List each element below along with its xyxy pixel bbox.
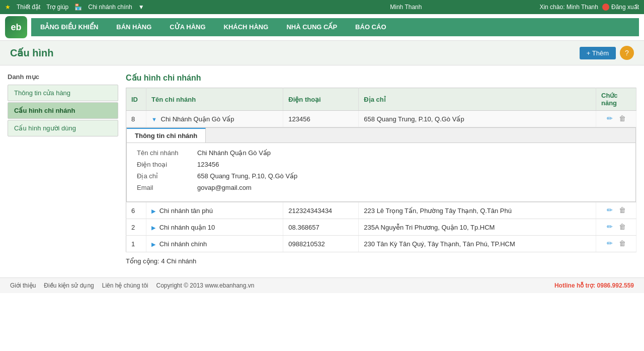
detail-value-email: govap@gmail.com bbox=[197, 184, 252, 191]
footer-link-dieukien[interactable]: Điều kiện sử dụng bbox=[44, 282, 94, 289]
cell-diachi: 223 Lê Trọng Tấn, Phường Tây Thạnh, Q.Tâ… bbox=[359, 202, 596, 219]
edit-icon[interactable] bbox=[605, 114, 614, 123]
cell-ten: ▼ Chi Nhánh Quận Gò Vấp bbox=[146, 111, 283, 127]
nav-dashboard[interactable]: BẢNG ĐIỀU KHIỂN bbox=[31, 18, 107, 36]
detail-value-dienthoai: 123456 bbox=[197, 161, 219, 168]
edit-icon[interactable] bbox=[605, 223, 614, 232]
branches-table: ID Tên chi nhánh Điện thoại Địa chỉ Chức… bbox=[126, 88, 636, 252]
cell-diachi: 235A Nguyễn Tri Phương, Quận 10, Tp.HCM bbox=[359, 219, 596, 236]
add-button[interactable]: + Thêm bbox=[580, 47, 616, 59]
cell-dienthoai: 123456 bbox=[283, 111, 359, 127]
cell-dienthoai: 212324343434 bbox=[283, 202, 359, 219]
tro-giup-link[interactable]: Trợ giúp bbox=[46, 4, 68, 11]
detail-value-diachi: 658 Quang Trung, P.10, Q.Gò Vấp bbox=[197, 172, 297, 180]
cell-id: 8 bbox=[126, 111, 146, 127]
detail-panel-row: Thông tin chi nhánh Tên chi nhánh Chi Nh… bbox=[126, 127, 636, 202]
cell-id: 1 bbox=[126, 236, 146, 252]
expand-arrow[interactable]: ▼ bbox=[151, 116, 157, 122]
cell-ten: ▶ Chi nhánh chính bbox=[146, 236, 283, 252]
footer: Giới thiệu Điều kiện sử dụng Liên hệ chú… bbox=[0, 277, 644, 293]
cell-chucnang bbox=[596, 236, 636, 252]
logo-text: eb bbox=[11, 22, 21, 33]
detail-tab-thongtin[interactable]: Thông tin chi nhánh bbox=[127, 128, 206, 143]
cell-chucnang bbox=[596, 111, 636, 127]
sidebar: Danh mục Thông tin cửa hàng Cấu hình chi… bbox=[8, 73, 118, 270]
detail-panel-cell: Thông tin chi nhánh Tên chi nhánh Chi Nh… bbox=[126, 127, 636, 202]
topbar-right: Xin chào: Minh Thanh Đăng xuất bbox=[539, 4, 639, 11]
dang-xuat-link[interactable]: Đăng xuất bbox=[611, 4, 639, 11]
edit-icon[interactable] bbox=[605, 239, 614, 248]
help-button[interactable]: ? bbox=[620, 46, 634, 60]
footer-hotline: Hotline hỗ trợ: 0986.992.559 bbox=[554, 282, 634, 289]
th-dienthoai: Điện thoại bbox=[283, 88, 359, 111]
cell-dienthoai: 0988210532 bbox=[283, 236, 359, 252]
cell-chucnang bbox=[596, 219, 636, 236]
detail-label-ten: Tên chi nhánh bbox=[137, 149, 197, 157]
detail-row-ten: Tên chi nhánh Chi Nhánh Quận Gò Vấp bbox=[137, 149, 625, 157]
delete-icon[interactable] bbox=[618, 223, 627, 232]
nav-nhacungcap[interactable]: NHÀ CUNG CẤP bbox=[277, 18, 346, 36]
th-ten: Tên chi nhánh bbox=[146, 88, 283, 111]
hotline-label: Hotline hỗ trợ: bbox=[554, 282, 595, 289]
nav-baocao[interactable]: BÁO CÁO bbox=[346, 18, 395, 36]
navbar: BẢNG ĐIỀU KHIỂN BÁN HÀNG CỬA HÀNG KHÁCH … bbox=[31, 18, 639, 36]
nav-cuahang[interactable]: CỬA HÀNG bbox=[160, 18, 214, 36]
table-row: 6 ▶ Chi nhánh tân phú 212324343434 223 L… bbox=[126, 202, 636, 219]
page-title: Cấu hình bbox=[10, 47, 53, 59]
page-header: Cấu hình + Thêm ? bbox=[0, 41, 644, 65]
dang-xuat-button[interactable]: Đăng xuất bbox=[602, 4, 639, 11]
expand-arrow[interactable]: ▶ bbox=[151, 208, 155, 214]
table-row: 8 ▼ Chi Nhánh Quận Gò Vấp 123456 658 Qua… bbox=[126, 111, 636, 127]
cell-ten: ▶ Chi nhánh tân phú bbox=[146, 202, 283, 219]
xin-chao-text: Xin chào: Minh Thanh bbox=[539, 4, 598, 11]
hotline-number: 0986.992.559 bbox=[597, 282, 634, 289]
delete-icon[interactable] bbox=[618, 114, 627, 123]
cell-diachi: 230 Tân Kỳ Tân Quý, Tây Thạnh, Tân Phú, … bbox=[359, 236, 596, 252]
detail-value-ten: Chi Nhánh Quận Gò Vấp bbox=[197, 149, 271, 157]
detail-panel: Thông tin chi nhánh Tên chi nhánh Chi Nh… bbox=[126, 127, 636, 202]
footer-links: Giới thiệu Điều kiện sử dụng Liên hệ chú… bbox=[10, 282, 254, 289]
detail-row-diachi: Địa chỉ 658 Quang Trung, P.10, Q.Gò Vấp bbox=[137, 172, 625, 180]
footer-copyright: Copyright © 2013 www.ebanhang.vn bbox=[156, 282, 254, 289]
sidebar-title: Danh mục bbox=[8, 73, 118, 81]
header: eb BẢNG ĐIỀU KHIỂN BÁN HÀNG CỬA HÀNG KHÁ… bbox=[0, 14, 644, 41]
expand-arrow[interactable]: ▶ bbox=[151, 225, 155, 231]
detail-label-diachi: Địa chỉ bbox=[137, 172, 197, 180]
sidebar-item-cauhinh[interactable]: Cấu hình chi nhánh bbox=[8, 102, 118, 119]
th-chucnang: Chức năng bbox=[596, 88, 636, 111]
topbar-username: Minh Thanh bbox=[390, 4, 422, 11]
content-area: Danh mục Thông tin cửa hàng Cấu hình chi… bbox=[0, 65, 644, 277]
cell-dienthoai: 08.368657 bbox=[283, 219, 359, 236]
th-id: ID bbox=[126, 88, 146, 111]
delete-icon[interactable] bbox=[618, 206, 627, 215]
detail-tabs: Thông tin chi nhánh bbox=[127, 128, 635, 143]
cell-id: 2 bbox=[126, 219, 146, 236]
table-row: 2 ▶ Chi nhánh quận 10 08.368657 235A Ngu… bbox=[126, 219, 636, 236]
cell-chucnang bbox=[596, 202, 636, 219]
total-row: Tổng cộng: 4 Chi nhánh bbox=[126, 252, 636, 270]
sidebar-item-thongtin[interactable]: Thông tin cửa hàng bbox=[8, 85, 118, 101]
main-content: Cấu hình chi nhánh ID Tên chi nhánh Điện… bbox=[126, 73, 636, 270]
table-row: 1 ▶ Chi nhánh chính 0988210532 230 Tân K… bbox=[126, 236, 636, 252]
footer-link-lienhe[interactable]: Liên hệ chúng tôi bbox=[102, 282, 148, 289]
dangxuat-icon bbox=[602, 4, 609, 11]
detail-body: Tên chi nhánh Chi Nhánh Quận Gò Vấp Điện… bbox=[127, 143, 635, 201]
topbar-left: ★ Thiết đặt Trợ giúp 🏪 Chi nhánh chính ▼ bbox=[5, 4, 272, 11]
nav-khachhang[interactable]: KHÁCH HÀNG bbox=[215, 18, 278, 36]
footer-link-gioithieu[interactable]: Giới thiệu bbox=[10, 282, 36, 289]
detail-row-dienthoai: Điện thoại 123456 bbox=[137, 161, 625, 168]
nav-banhang[interactable]: BÁN HÀNG bbox=[107, 18, 160, 36]
chi-nhanh-link[interactable]: Chi nhánh chính bbox=[88, 4, 132, 11]
expand-arrow[interactable]: ▶ bbox=[151, 241, 155, 247]
detail-row-email: Email govap@gmail.com bbox=[137, 184, 625, 191]
page-header-actions: + Thêm ? bbox=[580, 46, 634, 60]
topbar: ★ Thiết đặt Trợ giúp 🏪 Chi nhánh chính ▼… bbox=[0, 0, 644, 14]
sidebar-item-nguoidung[interactable]: Cấu hình người dùng bbox=[8, 120, 118, 136]
section-title: Cấu hình chi nhánh bbox=[126, 73, 636, 83]
delete-icon[interactable] bbox=[618, 239, 627, 248]
detail-label-email: Email bbox=[137, 184, 197, 191]
thiet-dat-link[interactable]: Thiết đặt bbox=[17, 4, 40, 11]
edit-icon[interactable] bbox=[605, 206, 614, 215]
logo: eb bbox=[5, 16, 27, 38]
topbar-center: Minh Thanh bbox=[272, 4, 539, 11]
